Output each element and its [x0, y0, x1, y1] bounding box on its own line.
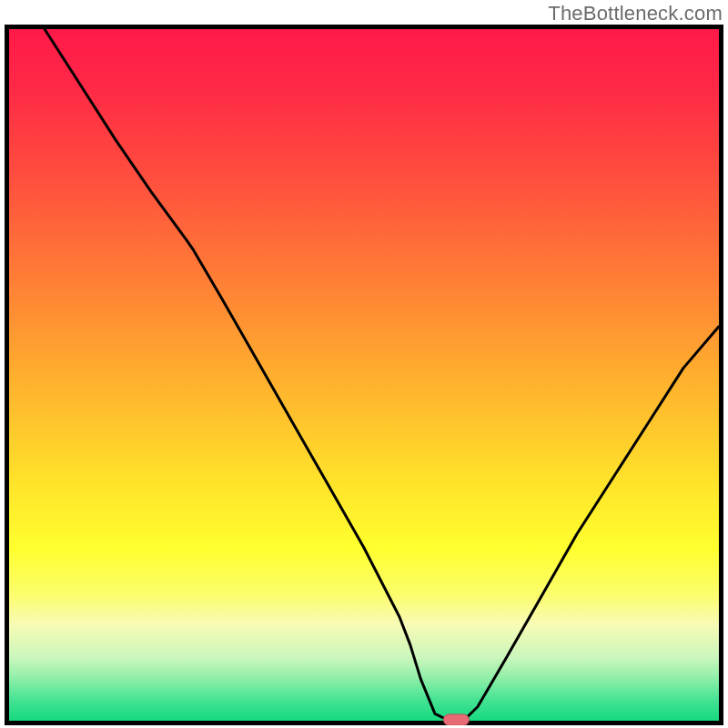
bottleneck-chart — [5, 25, 723, 725]
optimal-marker — [443, 714, 469, 725]
watermark-text: TheBottleneck.com — [548, 2, 723, 25]
chart-background — [9, 29, 719, 721]
chart-container: TheBottleneck.com — [0, 0, 728, 728]
